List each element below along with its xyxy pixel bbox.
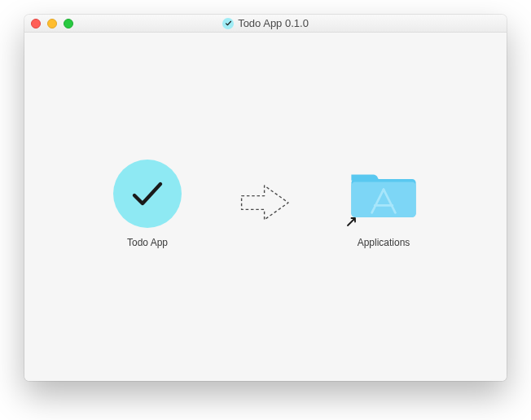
drag-arrow [233,166,298,239]
svg-rect-1 [351,182,415,217]
folder-icon [347,161,420,226]
applications-folder[interactable]: Applications [339,157,428,248]
shortcut-arrow-icon [345,213,360,228]
arrow-right-icon [237,178,294,227]
installer-content: Todo App [24,33,507,381]
app-bundle[interactable]: Todo App [103,157,192,248]
minimize-button[interactable] [47,19,57,28]
folder-label: Applications [358,237,410,248]
app-label: Todo App [127,237,168,248]
zoom-button[interactable] [64,19,73,28]
window-title-group: Todo App 0.1.0 [24,17,507,29]
app-icon [113,160,182,228]
app-icon-wrap [111,157,184,230]
checkmark-icon [222,18,234,29]
window-title: Todo App 0.1.0 [238,17,309,29]
titlebar[interactable]: Todo App 0.1.0 [24,15,507,33]
window-controls [31,19,73,28]
checkmark-icon [128,174,167,213]
close-button[interactable] [31,19,41,28]
folder-icon-wrap [347,157,420,230]
installer-window: Todo App 0.1.0 Todo App [24,15,507,381]
